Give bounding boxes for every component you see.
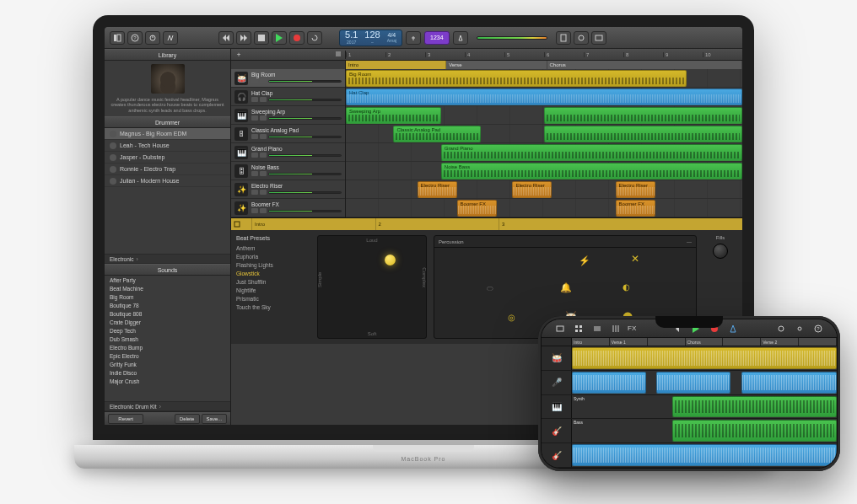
sound-list-item[interactable]: Epic Electro	[105, 351, 230, 360]
arrangement-area[interactable]: Big RoomHat ClapSweeping ArpClassic Anal…	[346, 69, 742, 217]
phone-play-button[interactable]	[689, 323, 703, 335]
media-browser-icon[interactable]	[591, 31, 606, 45]
phone-region[interactable]	[672, 420, 837, 442]
beat-preset-item[interactable]: Glowstick	[236, 269, 310, 277]
arrangement-marker[interactable]: Verse	[446, 61, 547, 69]
arrangement-row[interactable]: Noise Bass	[346, 162, 742, 180]
track-volume-slider[interactable]	[268, 80, 342, 83]
beat-preset-item[interactable]: Anthem	[236, 244, 310, 252]
phone-track-icon[interactable]: 🎸	[542, 443, 572, 467]
region[interactable]: Hat Clap	[346, 88, 742, 105]
drummer-list-item[interactable]: Jasper - Dubstep	[105, 152, 230, 164]
track-volume-slider[interactable]	[268, 117, 342, 120]
phone-track-icon[interactable]: 🥁	[542, 346, 572, 370]
solo-button[interactable]	[260, 171, 267, 176]
phone-track-row[interactable]: 🎸My Song	[542, 443, 837, 468]
track-header[interactable]: 🎚Classic Analog Pad	[231, 125, 345, 143]
tambourine-icon[interactable]: ◎	[508, 313, 515, 322]
region[interactable]: Sweeping Arp	[346, 107, 441, 124]
track-header[interactable]: 🎛Noise Bass	[231, 162, 345, 180]
mute-button[interactable]	[251, 208, 258, 213]
region[interactable]: Big Room	[346, 70, 687, 87]
my-songs-icon[interactable]	[553, 323, 567, 335]
drummer-list-item[interactable]: Leah - Tech House	[105, 140, 230, 152]
track-volume-slider[interactable]	[268, 136, 342, 138]
mute-button[interactable]	[251, 97, 258, 102]
sound-list-item[interactable]: Boutique 808	[105, 309, 230, 318]
track-header[interactable]: 🥁Big Room	[231, 69, 345, 88]
mixer-icon[interactable]	[609, 323, 623, 335]
phone-ruler-cell[interactable]	[799, 338, 837, 346]
mute-button[interactable]	[251, 78, 258, 83]
sound-list-item[interactable]: Dub Smash	[105, 335, 230, 343]
phone-metronome-icon[interactable]	[726, 323, 740, 335]
solo-button[interactable]	[260, 208, 267, 213]
editors-icon[interactable]	[163, 31, 178, 45]
phone-ruler-cell[interactable]: Verse 2	[761, 338, 799, 346]
drummer-list-item[interactable]: Magnus - Big Room EDM	[105, 128, 230, 140]
sticks-icon[interactable]: ✕	[631, 253, 639, 265]
solo-button[interactable]	[260, 78, 267, 83]
sound-list-item[interactable]: Deep Tech	[105, 326, 230, 335]
sound-list-item[interactable]: Indie Disco	[105, 368, 230, 377]
phone-rewind-button[interactable]	[671, 323, 684, 335]
drummer-region-strip[interactable]: Intro 2 3	[231, 218, 742, 230]
drummer-list-item[interactable]: Julian - Modern House	[105, 175, 230, 187]
region[interactable]: Electro Riser	[616, 181, 655, 198]
phone-region[interactable]	[656, 372, 730, 394]
region[interactable]: Grand Piano	[441, 144, 742, 161]
arrangement-row[interactable]: Big Room	[346, 69, 742, 88]
arrangement-row[interactable]: Classic Analog Pad	[346, 125, 742, 143]
mute-button[interactable]	[251, 153, 258, 158]
beat-preset-item[interactable]: Prismatic	[236, 294, 310, 303]
phone-track-icon[interactable]: 🎤	[542, 371, 572, 394]
metronome-icon[interactable]	[453, 31, 468, 45]
drummer-list-item[interactable]: Ronnie - Electro Trap	[105, 164, 230, 175]
fills-knob[interactable]	[713, 244, 728, 259]
beat-preset-item[interactable]: Just Shufflin	[236, 277, 310, 286]
sounds-current[interactable]: Electronic Drum Kit›	[105, 401, 230, 411]
solo-button[interactable]	[260, 134, 267, 139]
count-in-badge[interactable]: 1234	[424, 31, 450, 45]
arrangement-marker[interactable]: Intro	[346, 61, 446, 69]
delete-button[interactable]: Delete	[175, 414, 200, 424]
arrangement-row[interactable]: Sweeping Arp	[346, 106, 742, 125]
track-header[interactable]: 🎧Hat Clap	[231, 88, 345, 106]
pill-icon[interactable]: ⬭	[487, 284, 493, 293]
phone-ruler-cell[interactable]: Verse 1	[610, 338, 648, 346]
phone-region[interactable]	[672, 396, 837, 418]
phone-track-icon[interactable]: 🎹	[542, 395, 572, 419]
phone-track-row[interactable]: 🎹Synth	[542, 395, 837, 420]
phone-track-lane[interactable]: Drums	[572, 346, 837, 370]
beat-preset-item[interactable]: Nightlife	[236, 286, 310, 294]
phone-track-lane[interactable]: Synth	[572, 395, 837, 419]
bar-ruler[interactable]: 12345678910	[346, 52, 742, 57]
add-track-button[interactable]: ＋	[234, 51, 243, 59]
loop-browser-icon[interactable]	[574, 31, 589, 45]
quick-help-icon[interactable]: ?	[127, 31, 143, 45]
mute-button[interactable]	[251, 115, 258, 121]
phone-ruler-cell[interactable]: Intro	[572, 338, 610, 346]
revert-button[interactable]: Revert	[108, 414, 143, 424]
phone-ruler-cell[interactable]	[723, 338, 761, 346]
region[interactable]	[544, 126, 742, 142]
phone-track-lane[interactable]: Vocals	[572, 371, 837, 394]
track-volume-slider[interactable]	[268, 154, 342, 157]
rewind-button[interactable]	[218, 31, 234, 45]
phone-region[interactable]	[572, 372, 646, 394]
phone-region[interactable]	[572, 444, 837, 466]
arrangement-row[interactable]: Electro RiserElectro RiserElectro Riser	[346, 180, 742, 199]
phone-track-row[interactable]: 🥁Drums	[542, 346, 837, 371]
forward-button[interactable]	[236, 31, 251, 45]
xy-pad[interactable]: Loud Soft Simple Complex	[317, 235, 427, 339]
phone-ruler[interactable]: IntroVerse 1ChorusVerse 2	[542, 338, 837, 346]
lcd-display[interactable]: 5.12017 128– 4/4Amaj	[339, 29, 402, 46]
sound-list-item[interactable]: Crate Digger	[105, 318, 230, 326]
tuner-icon[interactable]	[406, 31, 421, 45]
track-header[interactable]: 🎹Sweeping Arp	[231, 106, 345, 125]
library-category[interactable]: Electronic›	[105, 254, 230, 264]
phone-ruler-cell[interactable]: Chorus	[686, 338, 724, 346]
smart-controls-icon[interactable]	[145, 31, 160, 45]
phone-settings-icon[interactable]	[793, 323, 806, 335]
arrangement-row[interactable]: Grand Piano	[346, 143, 742, 162]
